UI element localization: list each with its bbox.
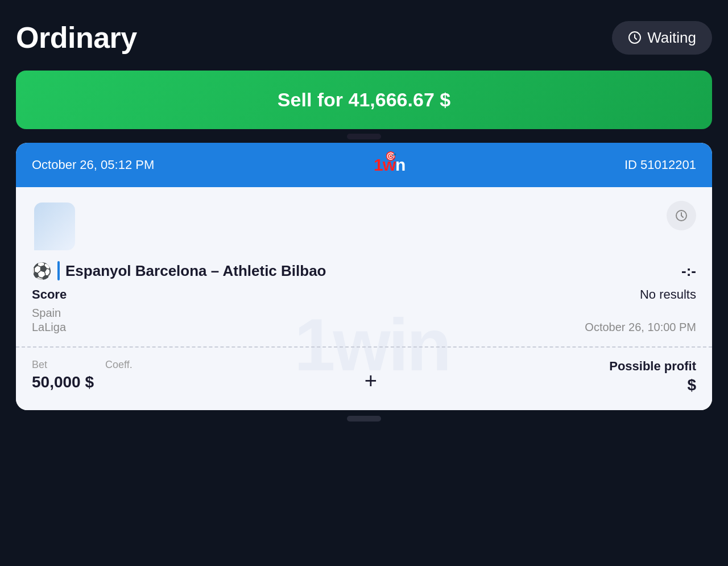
divider-line: [57, 261, 60, 280]
page-title: Ordinary: [16, 20, 137, 55]
bet-label: Bet: [32, 359, 94, 371]
waiting-label: Waiting: [647, 29, 696, 47]
match-row: ⚽ Espanyol Barcelona – Athletic Bilbao -…: [32, 261, 696, 280]
coeff-col: Coeff.: [105, 359, 133, 373]
bet-footer: Bet 50,000 $ Coeff. + Possible profit $: [32, 359, 696, 410]
clock-icon: [628, 31, 642, 44]
league-row: Spain LaLiga October 26, 10:00 PM: [32, 307, 696, 334]
team-logo-row: [32, 201, 696, 252]
waiting-badge: Waiting: [612, 21, 712, 55]
header: Ordinary Waiting: [16, 20, 712, 55]
score-dash: -:-: [681, 262, 696, 280]
soccer-ball-icon: ⚽: [32, 262, 52, 280]
plus-symbol: +: [144, 369, 598, 393]
score-row: Score No results: [32, 287, 696, 302]
sell-button[interactable]: Sell for 41,666.67 $: [16, 71, 712, 129]
pill-handle-top: [347, 134, 381, 139]
match-name: Espanyol Barcelona – Athletic Bilbao: [65, 262, 326, 280]
main-container: Ordinary Waiting Sell for 41,666.67 $ Oc…: [0, 0, 728, 566]
profit-col: Possible profit $: [609, 359, 696, 394]
card-brand: 1 w 🎯 n: [374, 155, 405, 175]
card-body: 1win ⚽ Espanyol Barcelona –: [16, 187, 712, 410]
card-date: October 26, 05:12 PM: [32, 158, 154, 172]
league-country: Spain: [32, 307, 66, 320]
match-name-group: ⚽ Espanyol Barcelona – Athletic Bilbao: [32, 261, 326, 280]
brand-in: n: [395, 155, 405, 175]
bet-value: 50,000 $: [32, 373, 94, 391]
profit-value: $: [609, 376, 696, 394]
score-label: Score: [32, 287, 67, 302]
sell-button-text: Sell for 41,666.67 $: [278, 89, 450, 110]
bet-card: October 26, 05:12 PM 1 w 🎯 n ID 51012201…: [16, 143, 712, 410]
coeff-label: Coeff.: [105, 359, 133, 371]
bet-col: Bet 50,000 $: [32, 359, 94, 391]
card-header: October 26, 05:12 PM 1 w 🎯 n ID 51012201: [16, 143, 712, 187]
profit-label: Possible profit: [609, 359, 696, 374]
dashed-separator: [16, 346, 712, 348]
brand-1: 1: [374, 155, 383, 175]
team-logo: [32, 201, 77, 252]
card-id: ID 51012201: [624, 158, 696, 172]
match-date: October 26, 10:00 PM: [585, 321, 696, 334]
score-value: No results: [640, 287, 696, 302]
league-info: Spain LaLiga: [32, 307, 66, 334]
pill-handle-bottom: [347, 416, 381, 422]
team-logo-shape: [34, 203, 75, 250]
clock-button[interactable]: [667, 201, 696, 230]
league-name: LaLiga: [32, 321, 66, 334]
